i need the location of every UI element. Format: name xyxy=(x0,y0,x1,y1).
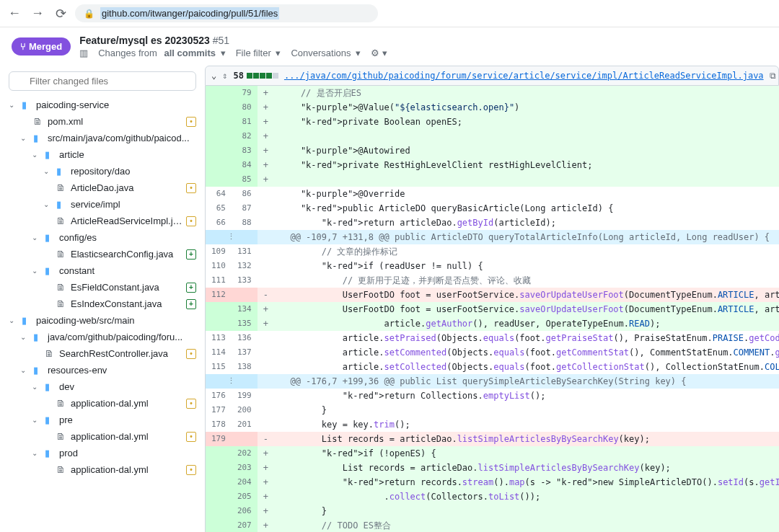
new-line-number[interactable]: 85 xyxy=(232,172,258,187)
new-line-number[interactable]: 133 xyxy=(232,273,258,288)
tree-file[interactable]: 🗎application-dal.yml• xyxy=(9,428,196,445)
url-bar[interactable]: 🔒 github.com/itwanger/paicoding/pull/51/… xyxy=(75,4,378,22)
tree-folder[interactable]: ⌄▮constant xyxy=(9,262,196,279)
old-line-number[interactable] xyxy=(206,302,232,316)
old-line-number[interactable]: 65 xyxy=(206,201,232,216)
file-path-link[interactable]: .../java/com/github/paicoding/forum/serv… xyxy=(284,71,764,81)
forward-button[interactable]: → xyxy=(29,5,46,22)
new-line-number[interactable]: 137 xyxy=(232,345,258,360)
expand-hunk-icon[interactable]: ⋮ xyxy=(206,374,258,389)
copy-path-icon[interactable]: ⧉ xyxy=(770,71,776,81)
new-line-number[interactable]: 202 xyxy=(232,446,258,461)
tree-folder[interactable]: ⌄▮dev xyxy=(9,378,196,395)
collapse-file-toggle[interactable]: ⌄ xyxy=(211,71,216,81)
old-line-number[interactable]: 115 xyxy=(206,360,232,374)
new-line-number[interactable]: 80 xyxy=(232,100,258,115)
file-tree-toggle[interactable]: ▥ xyxy=(79,48,88,58)
old-line-number[interactable]: 178 xyxy=(206,417,232,432)
tree-file[interactable]: 🗎ArticleDao.java• xyxy=(9,179,196,196)
old-line-number[interactable] xyxy=(206,518,232,532)
old-line-number[interactable]: 113 xyxy=(206,331,232,345)
old-line-number[interactable] xyxy=(206,158,232,172)
old-line-number[interactable] xyxy=(206,115,232,129)
new-line-number[interactable]: 88 xyxy=(232,216,258,230)
new-line-number[interactable]: 136 xyxy=(232,331,258,345)
tree-file[interactable]: 🗎application-dal.yml• xyxy=(9,395,196,412)
old-line-number[interactable] xyxy=(206,504,232,518)
new-line-number[interactable]: 203 xyxy=(232,461,258,475)
old-line-number[interactable] xyxy=(206,316,232,331)
new-line-number[interactable]: 132 xyxy=(232,259,258,273)
old-line-number[interactable] xyxy=(206,100,232,115)
new-line-number[interactable]: 206 xyxy=(232,504,258,518)
old-line-number[interactable]: 109 xyxy=(206,244,232,259)
changes-from-dropdown[interactable]: Changes from all commits ▾ xyxy=(98,48,225,58)
new-line-number[interactable]: 83 xyxy=(232,143,258,158)
reload-button[interactable]: ⟳ xyxy=(52,5,69,22)
old-line-number[interactable]: 110 xyxy=(206,259,232,273)
new-line-number[interactable] xyxy=(232,288,258,302)
old-line-number[interactable]: 112 xyxy=(206,288,232,302)
file-filter-dropdown[interactable]: File filter ▾ xyxy=(236,48,281,58)
old-line-number[interactable]: 66 xyxy=(206,216,232,230)
filter-files-input[interactable] xyxy=(9,71,196,91)
tree-folder[interactable]: ⌄▮service/impl xyxy=(9,196,196,213)
new-line-number[interactable]: 201 xyxy=(232,417,258,432)
new-line-number[interactable]: 134 xyxy=(232,302,258,316)
tree-folder[interactable]: ⌄▮paicoding-service xyxy=(9,97,196,113)
old-line-number[interactable] xyxy=(206,129,232,143)
old-line-number[interactable] xyxy=(206,86,232,100)
code-content: UserFootDO foot = userFootService.saveOr… xyxy=(274,302,779,316)
new-line-number[interactable]: 87 xyxy=(232,201,258,216)
new-line-number[interactable]: 204 xyxy=(232,475,258,489)
new-line-number[interactable]: 199 xyxy=(232,389,258,403)
tree-folder[interactable]: ⌄▮src/main/java/com/github/paicod... xyxy=(9,130,196,146)
tree-folder[interactable]: ⌄▮article xyxy=(9,146,196,163)
new-line-number[interactable]: 207 xyxy=(232,518,258,532)
old-line-number[interactable]: 176 xyxy=(206,389,232,403)
expand-icon[interactable]: ⇕ xyxy=(222,71,227,81)
tree-file[interactable]: 🗎application-dal.yml• xyxy=(9,461,196,478)
tree-file[interactable]: 🗎EsFieldConstant.java+ xyxy=(9,279,196,296)
old-line-number[interactable] xyxy=(206,489,232,504)
old-line-number[interactable] xyxy=(206,475,232,489)
new-line-number[interactable] xyxy=(232,432,258,446)
tree-folder[interactable]: ⌄▮repository/dao xyxy=(9,163,196,179)
new-line-number[interactable]: 84 xyxy=(232,158,258,172)
new-line-number[interactable]: 82 xyxy=(232,129,258,143)
tree-file[interactable]: 🗎SearchRestController.java• xyxy=(9,345,196,362)
tree-folder[interactable]: ⌄▮prod xyxy=(9,445,196,461)
old-line-number[interactable] xyxy=(206,446,232,461)
old-line-number[interactable]: 179 xyxy=(206,432,232,446)
old-line-number[interactable] xyxy=(206,172,232,187)
tree-file[interactable]: 🗎EsIndexConstant.java+ xyxy=(9,296,196,312)
old-line-number[interactable]: 64 xyxy=(206,187,232,201)
settings-dropdown[interactable]: ⚙ ▾ xyxy=(371,48,387,58)
folder-icon: ▮ xyxy=(45,381,56,392)
tree-folder[interactable]: ⌄▮paicoding-web/src/main xyxy=(9,312,196,329)
new-line-number[interactable]: 79 xyxy=(232,86,258,100)
old-line-number[interactable]: 114 xyxy=(206,345,232,360)
back-button[interactable]: ← xyxy=(6,5,23,22)
expand-hunk-icon[interactable]: ⋮ xyxy=(206,230,258,244)
folder-icon: ▮ xyxy=(33,365,45,376)
tree-file[interactable]: 🗎ArticleReadServiceImpl.ja...• xyxy=(9,213,196,229)
old-line-number[interactable] xyxy=(206,461,232,475)
new-line-number[interactable]: 86 xyxy=(232,187,258,201)
old-line-number[interactable]: 111 xyxy=(206,273,232,288)
tree-folder[interactable]: ⌄▮config/es xyxy=(9,229,196,246)
new-line-number[interactable]: 81 xyxy=(232,115,258,129)
new-line-number[interactable]: 135 xyxy=(232,316,258,331)
new-line-number[interactable]: 200 xyxy=(232,403,258,417)
tree-file[interactable]: 🗎pom.xml• xyxy=(9,113,196,130)
conversations-dropdown[interactable]: Conversations ▾ xyxy=(291,48,361,58)
old-line-number[interactable]: 177 xyxy=(206,403,232,417)
new-line-number[interactable]: 131 xyxy=(232,244,258,259)
old-line-number[interactable] xyxy=(206,143,232,158)
new-line-number[interactable]: 205 xyxy=(232,489,258,504)
tree-folder[interactable]: ⌄▮pre xyxy=(9,412,196,428)
tree-folder[interactable]: ⌄▮resources-env xyxy=(9,362,196,378)
tree-folder[interactable]: ⌄▮java/com/github/paicoding/foru... xyxy=(9,329,196,345)
new-line-number[interactable]: 138 xyxy=(232,360,258,374)
tree-file[interactable]: 🗎ElasticsearchConfig.java+ xyxy=(9,246,196,262)
